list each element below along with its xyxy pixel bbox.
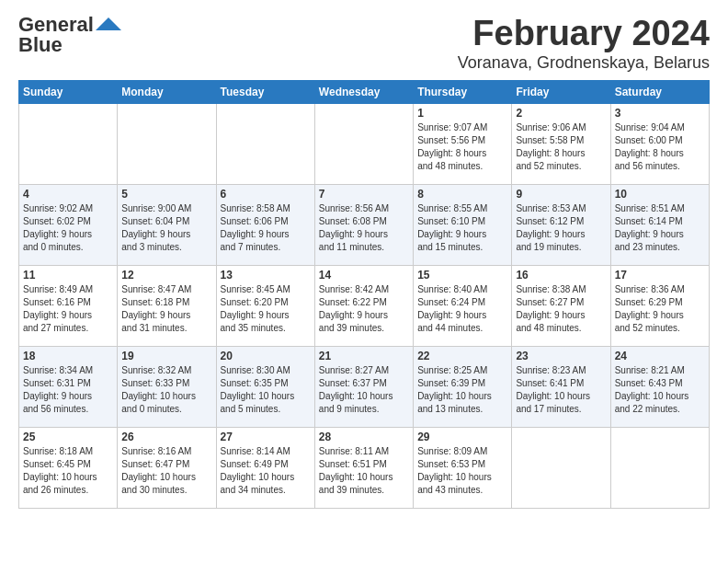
day-info: Sunrise: 8:25 AM Sunset: 6:39 PM Dayligh… (417, 364, 507, 416)
day-number: 20 (221, 350, 311, 362)
calendar-cell: 18Sunrise: 8:34 AM Sunset: 6:31 PM Dayli… (19, 346, 118, 427)
calendar-cell (118, 103, 216, 184)
calendar-week-row: 11Sunrise: 8:49 AM Sunset: 6:16 PM Dayli… (19, 265, 710, 346)
day-number: 19 (121, 350, 211, 362)
day-info: Sunrise: 8:18 AM Sunset: 6:45 PM Dayligh… (23, 445, 113, 497)
day-number: 22 (417, 350, 507, 362)
logo: General Blue (18, 15, 121, 55)
calendar-cell: 19Sunrise: 8:32 AM Sunset: 6:33 PM Dayli… (118, 346, 216, 427)
calendar-body: 1Sunrise: 9:07 AM Sunset: 5:56 PM Daylig… (19, 103, 710, 508)
day-header-monday: Monday (118, 80, 216, 103)
day-number: 15 (417, 269, 507, 282)
day-info: Sunrise: 8:58 AM Sunset: 6:06 PM Dayligh… (221, 202, 311, 254)
day-header-saturday: Saturday (610, 80, 709, 103)
day-info: Sunrise: 9:02 AM Sunset: 6:02 PM Dayligh… (23, 202, 113, 254)
calendar-cell: 3Sunrise: 9:04 AM Sunset: 6:00 PM Daylig… (610, 103, 709, 184)
calendar-cell: 1Sunrise: 9:07 AM Sunset: 5:56 PM Daylig… (414, 103, 512, 184)
calendar-cell: 10Sunrise: 8:51 AM Sunset: 6:14 PM Dayli… (610, 184, 709, 265)
day-number: 16 (516, 269, 606, 282)
calendar-cell: 13Sunrise: 8:45 AM Sunset: 6:20 PM Dayli… (216, 265, 314, 346)
day-info: Sunrise: 8:09 AM Sunset: 6:53 PM Dayligh… (417, 445, 507, 497)
day-info: Sunrise: 9:06 AM Sunset: 5:58 PM Dayligh… (516, 121, 606, 173)
calendar-cell: 2Sunrise: 9:06 AM Sunset: 5:58 PM Daylig… (512, 103, 610, 184)
day-info: Sunrise: 8:47 AM Sunset: 6:18 PM Dayligh… (121, 283, 211, 335)
day-number: 11 (23, 269, 113, 282)
calendar-cell (512, 427, 610, 508)
day-number: 24 (615, 350, 705, 362)
calendar-cell: 6Sunrise: 8:58 AM Sunset: 6:06 PM Daylig… (216, 184, 314, 265)
calendar-cell: 26Sunrise: 8:16 AM Sunset: 6:47 PM Dayli… (118, 427, 216, 508)
calendar-cell: 20Sunrise: 8:30 AM Sunset: 6:35 PM Dayli… (216, 346, 314, 427)
day-number: 26 (121, 431, 211, 443)
day-info: Sunrise: 8:32 AM Sunset: 6:33 PM Dayligh… (121, 364, 211, 416)
calendar-cell: 16Sunrise: 8:38 AM Sunset: 6:27 PM Dayli… (512, 265, 610, 346)
day-number: 7 (319, 188, 409, 201)
calendar-cell: 24Sunrise: 8:21 AM Sunset: 6:43 PM Dayli… (610, 346, 709, 427)
day-info: Sunrise: 8:34 AM Sunset: 6:31 PM Dayligh… (23, 364, 113, 416)
calendar-week-row: 4Sunrise: 9:02 AM Sunset: 6:02 PM Daylig… (19, 184, 710, 265)
day-number: 29 (417, 431, 507, 443)
day-number: 3 (615, 107, 705, 120)
calendar-cell: 25Sunrise: 8:18 AM Sunset: 6:45 PM Dayli… (19, 427, 118, 508)
day-info: Sunrise: 8:36 AM Sunset: 6:29 PM Dayligh… (615, 283, 705, 335)
logo-blue: Blue (18, 35, 63, 55)
calendar-cell: 7Sunrise: 8:56 AM Sunset: 6:08 PM Daylig… (314, 184, 413, 265)
calendar-cell: 29Sunrise: 8:09 AM Sunset: 6:53 PM Dayli… (414, 427, 512, 508)
day-number: 18 (23, 350, 113, 362)
calendar-cell: 9Sunrise: 8:53 AM Sunset: 6:12 PM Daylig… (512, 184, 610, 265)
day-info: Sunrise: 8:56 AM Sunset: 6:08 PM Dayligh… (319, 202, 409, 254)
logo-text: General (18, 15, 94, 35)
calendar-cell: 4Sunrise: 9:02 AM Sunset: 6:02 PM Daylig… (19, 184, 118, 265)
day-number: 10 (615, 188, 705, 201)
day-info: Sunrise: 8:14 AM Sunset: 6:49 PM Dayligh… (221, 445, 311, 497)
day-info: Sunrise: 9:00 AM Sunset: 6:04 PM Dayligh… (121, 202, 211, 254)
day-info: Sunrise: 9:04 AM Sunset: 6:00 PM Dayligh… (615, 121, 705, 173)
calendar-cell: 14Sunrise: 8:42 AM Sunset: 6:22 PM Dayli… (314, 265, 413, 346)
calendar-cell: 17Sunrise: 8:36 AM Sunset: 6:29 PM Dayli… (610, 265, 709, 346)
day-info: Sunrise: 8:27 AM Sunset: 6:37 PM Dayligh… (319, 364, 409, 416)
day-number: 14 (319, 269, 409, 282)
day-number: 28 (319, 431, 409, 443)
day-info: Sunrise: 8:21 AM Sunset: 6:43 PM Dayligh… (615, 364, 705, 416)
logo-icon (96, 17, 121, 30)
calendar-cell: 28Sunrise: 8:11 AM Sunset: 6:51 PM Dayli… (314, 427, 413, 508)
calendar-cell: 11Sunrise: 8:49 AM Sunset: 6:16 PM Dayli… (19, 265, 118, 346)
day-info: Sunrise: 8:45 AM Sunset: 6:20 PM Dayligh… (221, 283, 311, 335)
month-title: February 2024 (458, 15, 710, 53)
day-number: 5 (121, 188, 211, 201)
calendar-cell: 27Sunrise: 8:14 AM Sunset: 6:49 PM Dayli… (216, 427, 314, 508)
day-number: 1 (417, 107, 507, 120)
page-header: General Blue February 2024 Voranava, Gro… (18, 15, 710, 73)
calendar-header-row: SundayMondayTuesdayWednesdayThursdayFrid… (19, 80, 710, 103)
day-number: 25 (23, 431, 113, 443)
day-info: Sunrise: 8:38 AM Sunset: 6:27 PM Dayligh… (516, 283, 606, 335)
day-info: Sunrise: 8:40 AM Sunset: 6:24 PM Dayligh… (417, 283, 507, 335)
day-info: Sunrise: 8:55 AM Sunset: 6:10 PM Dayligh… (417, 202, 507, 254)
calendar-cell: 5Sunrise: 9:00 AM Sunset: 6:04 PM Daylig… (118, 184, 216, 265)
day-info: Sunrise: 8:23 AM Sunset: 6:41 PM Dayligh… (516, 364, 606, 416)
day-number: 12 (121, 269, 211, 282)
day-number: 8 (417, 188, 507, 201)
day-info: Sunrise: 8:30 AM Sunset: 6:35 PM Dayligh… (221, 364, 311, 416)
title-area: February 2024 Voranava, Grodnenskaya, Be… (458, 15, 710, 73)
calendar-cell: 22Sunrise: 8:25 AM Sunset: 6:39 PM Dayli… (414, 346, 512, 427)
day-info: Sunrise: 9:07 AM Sunset: 5:56 PM Dayligh… (417, 121, 507, 173)
calendar-cell: 8Sunrise: 8:55 AM Sunset: 6:10 PM Daylig… (414, 184, 512, 265)
day-info: Sunrise: 8:11 AM Sunset: 6:51 PM Dayligh… (319, 445, 409, 497)
day-number: 13 (221, 269, 311, 282)
calendar-week-row: 1Sunrise: 9:07 AM Sunset: 5:56 PM Daylig… (19, 103, 710, 184)
day-header-tuesday: Tuesday (216, 80, 314, 103)
day-number: 23 (516, 350, 606, 362)
calendar-cell: 21Sunrise: 8:27 AM Sunset: 6:37 PM Dayli… (314, 346, 413, 427)
day-info: Sunrise: 8:53 AM Sunset: 6:12 PM Dayligh… (516, 202, 606, 254)
day-number: 21 (319, 350, 409, 362)
calendar-cell (610, 427, 709, 508)
location-title: Voranava, Grodnenskaya, Belarus (458, 53, 710, 73)
calendar-cell (19, 103, 118, 184)
day-info: Sunrise: 8:49 AM Sunset: 6:16 PM Dayligh… (23, 283, 113, 335)
day-info: Sunrise: 8:51 AM Sunset: 6:14 PM Dayligh… (615, 202, 705, 254)
calendar-week-row: 18Sunrise: 8:34 AM Sunset: 6:31 PM Dayli… (19, 346, 710, 427)
day-number: 27 (221, 431, 311, 443)
day-number: 17 (615, 269, 705, 282)
calendar-cell: 15Sunrise: 8:40 AM Sunset: 6:24 PM Dayli… (414, 265, 512, 346)
